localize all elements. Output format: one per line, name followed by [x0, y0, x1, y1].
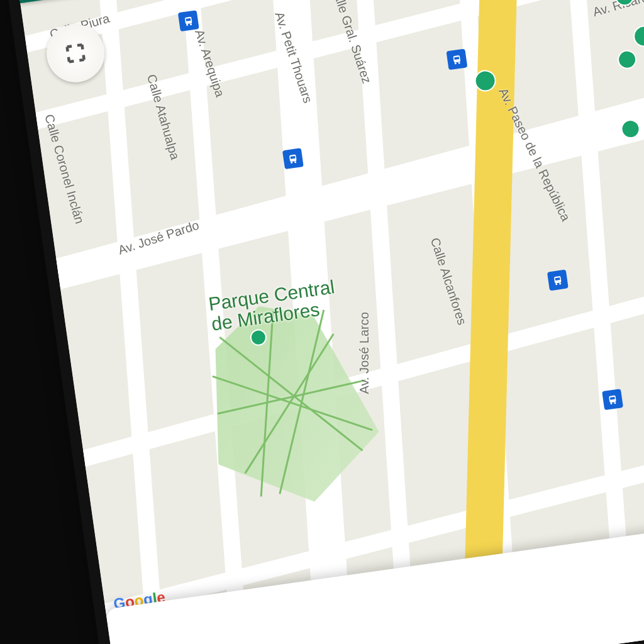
svg-point-19: [614, 402, 616, 404]
street-label: Av. José Larco: [357, 312, 372, 394]
svg-point-15: [559, 282, 561, 284]
bus-icon: [552, 274, 564, 286]
transit-stop[interactable]: [178, 10, 199, 31]
transit-stop[interactable]: [447, 49, 468, 70]
svg-point-14: [555, 283, 557, 285]
svg-point-2: [186, 24, 188, 26]
svg-point-3: [190, 23, 192, 25]
svg-point-11: [458, 62, 460, 64]
bus-icon: [451, 53, 464, 65]
bus-icon: [182, 14, 195, 27]
phone-screen: ← Enviar ubicación: [13, 0, 644, 644]
phone-frame: ← Enviar ubicación: [0, 0, 644, 644]
svg-point-7: [294, 161, 296, 163]
bus-icon: [287, 152, 299, 165]
svg-point-18: [611, 402, 613, 404]
map-canvas[interactable]: Parque Central de Miraflores: [21, 0, 644, 644]
svg-point-10: [455, 62, 457, 64]
bus-icon: [606, 393, 619, 406]
transit-stop[interactable]: [282, 148, 304, 169]
svg-point-6: [291, 162, 292, 164]
transit-stop[interactable]: [602, 389, 624, 410]
fullscreen-icon: [63, 40, 89, 66]
transit-stop[interactable]: [547, 270, 569, 291]
